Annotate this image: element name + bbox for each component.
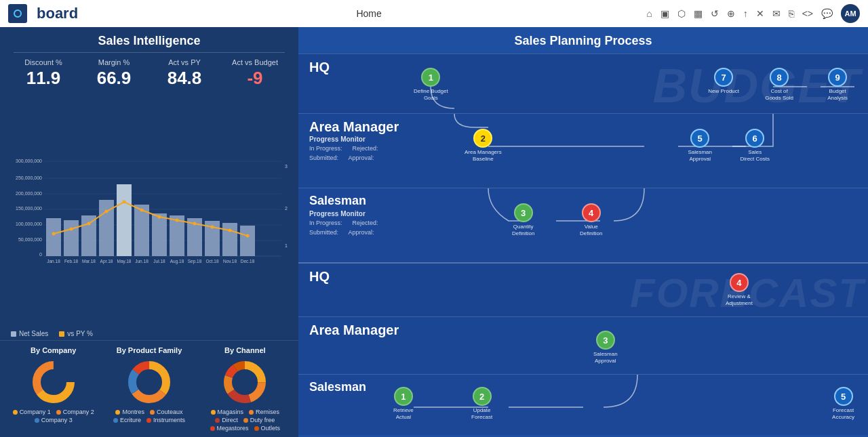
- node-label-f1: RetrieveActual: [393, 407, 414, 420]
- node-circle-f3: 3: [596, 331, 615, 350]
- svg-rect-0: [12, 7, 24, 20]
- home-link[interactable]: Home: [98, 8, 639, 19]
- svg-text:Oct.18: Oct.18: [205, 259, 219, 264]
- select-icon[interactable]: ▣: [660, 8, 669, 19]
- bar-chart: 300,000,000 250,000,000 200,000,000 150,…: [7, 94, 292, 326]
- node-budget-6[interactable]: 6 SalesDirect Costs: [740, 129, 770, 162]
- brand-name: board: [37, 5, 78, 22]
- node-budget-1[interactable]: 1 Define BudgetGoals: [414, 68, 448, 101]
- node-circle-f4: 4: [730, 273, 749, 292]
- add-icon[interactable]: ⊕: [727, 8, 735, 19]
- forecast-hq-flow: [298, 264, 868, 316]
- node-budget-2[interactable]: 2 Area ManagersBaseline: [465, 129, 502, 162]
- kpi-discount: Discount % 11.9: [11, 58, 76, 89]
- node-forecast-1[interactable]: 1 RetrieveActual: [393, 387, 414, 420]
- donut-company-legend: Company 1 Company 2 Company 3: [5, 409, 101, 423]
- node-circle-7: 7: [714, 68, 733, 87]
- clipboard-icon[interactable]: ⎘: [789, 8, 794, 19]
- bar-dec: [240, 226, 255, 256]
- svg-text:100,000,000: 100,000,000: [16, 222, 42, 226]
- sm-progress-details: In Progress: Rejected: Submitted: Approv…: [309, 218, 378, 238]
- donut-product-title: By Product Family: [101, 346, 197, 354]
- kpi-discount-value: 11.9: [11, 68, 76, 89]
- legend-dot-net-sales: [11, 331, 16, 337]
- svg-point-51: [138, 371, 161, 394]
- node-label-3: QuantityDefinition: [512, 224, 534, 236]
- node-circle-3: 3: [514, 203, 533, 222]
- sm-progress-label: Progress Monitor: [309, 210, 366, 217]
- mail-icon[interactable]: ✉: [772, 8, 781, 19]
- bar-feb: [64, 220, 79, 256]
- svg-point-20: [70, 228, 73, 231]
- kpi-actpy-value: 84.8: [152, 68, 217, 89]
- svg-point-25: [158, 215, 161, 219]
- node-budget-3[interactable]: 3 QuantityDefinition: [512, 203, 534, 236]
- process-sections: HQ BUDGET 1 Define BudgetGoals: [298, 54, 868, 437]
- svg-text:Apr.18: Apr.18: [100, 259, 113, 264]
- node-circle-4: 4: [582, 203, 601, 222]
- node-label-f4: Review &Adjustment: [726, 293, 753, 306]
- svg-text:Aug.18: Aug.18: [170, 259, 184, 264]
- node-budget-9[interactable]: 9 BudgetAnalysis: [827, 68, 848, 101]
- node-forecast-4[interactable]: 4 Review &Adjustment: [726, 273, 753, 306]
- node-circle-6: 6: [745, 129, 764, 148]
- kpi-margin-label: Margin %: [81, 58, 146, 66]
- node-label-7: New Product: [708, 88, 739, 95]
- forecast-am-section: Area Manager 3 SalesmanApproval: [298, 316, 868, 374]
- node-label-1: Define BudgetGoals: [414, 88, 448, 101]
- forecast-hq-section: HQ FORECAST 4 Review &Adjustment: [298, 262, 868, 316]
- topnav: board Home ⌂ ▣ ⬡ ▦ ↺ ⊕ ↑ ✕ ✉ ⎘ <> 💬 AM: [0, 0, 868, 27]
- node-label-f3: SalesmanApproval: [593, 351, 618, 364]
- node-budget-5[interactable]: 5 SalesmanApproval: [688, 129, 712, 162]
- code-icon[interactable]: <>: [802, 8, 813, 19]
- share-icon[interactable]: ↑: [743, 8, 748, 19]
- svg-text:May.18: May.18: [117, 259, 132, 264]
- node-budget-4[interactable]: 4 ValueDefinition: [580, 203, 602, 236]
- bar-nov: [222, 223, 237, 256]
- node-label-8: Cost ofGoods Sold: [765, 88, 793, 101]
- node-circle-8: 8: [770, 68, 789, 87]
- budget-sm-section: Salesman Progress Monitor In Progress: R…: [298, 188, 868, 262]
- kpi-actpy: Act vs PY 84.8: [152, 58, 217, 89]
- svg-point-58: [233, 371, 256, 394]
- donut-channel-title: By Channel: [197, 346, 293, 354]
- forecast-sm-flow: [298, 375, 868, 435]
- svg-text:Dec.18: Dec.18: [241, 259, 255, 264]
- svg-text:1: 1: [285, 243, 288, 248]
- forecast-sm-section: Salesman 1 RetrieveActual 2 UpdateForec: [298, 374, 868, 435]
- node-budget-8[interactable]: 8 Cost ofGoods Sold: [765, 68, 793, 101]
- avatar[interactable]: AM: [841, 4, 860, 23]
- node-circle-9: 9: [828, 68, 847, 87]
- node-forecast-2[interactable]: 2 UpdateForecast: [471, 387, 492, 420]
- node-circle-f1: 1: [394, 387, 413, 406]
- layout-icon[interactable]: ▦: [694, 8, 703, 19]
- forecast-am-label: Area Manager: [309, 322, 399, 338]
- node-label-6: SalesDirect Costs: [740, 149, 770, 162]
- node-forecast-3[interactable]: 3 SalesmanApproval: [593, 331, 618, 364]
- svg-text:Feb.18: Feb.18: [64, 259, 79, 264]
- svg-text:300,000,000: 300,000,000: [16, 159, 42, 163]
- legend-net-sales: Net Sales: [11, 330, 48, 337]
- panels-icon[interactable]: ⬡: [677, 8, 686, 19]
- undo-icon[interactable]: ↺: [711, 8, 719, 19]
- right-panel: Sales Planning Process HQ BUDGET: [298, 27, 868, 437]
- node-budget-7[interactable]: 7 New Product: [708, 68, 739, 95]
- svg-text:150,000,000: 150,000,000: [16, 206, 42, 211]
- node-label-5: SalesmanApproval: [688, 149, 712, 162]
- nav-icon-group: ⌂ ▣ ⬡ ▦ ↺ ⊕ ↑ ✕ ✉ ⎘ <> 💬 AM: [646, 4, 860, 23]
- am-progress-details: In Progress: Rejected: Submitted: Approv…: [309, 144, 378, 163]
- svg-text:Sep.18: Sep.18: [188, 259, 202, 264]
- svg-point-29: [229, 229, 232, 232]
- legend-vspy: vs PY %: [59, 330, 93, 337]
- kpi-row: Discount % 11.9 Margin % 66.9 Act vs PY …: [0, 53, 298, 94]
- donut-product-legend: Montres Couteaux Ecriture Instruments: [101, 409, 197, 423]
- node-label-f5: ForecastAccuracy: [832, 407, 854, 420]
- forecast-sm-label: Salesman: [309, 380, 366, 394]
- home-icon[interactable]: ⌂: [646, 8, 652, 19]
- svg-text:Jul.18: Jul.18: [153, 259, 165, 264]
- chart-container: 300,000,000 250,000,000 200,000,000 150,…: [0, 94, 298, 329]
- close-icon[interactable]: ✕: [756, 8, 764, 19]
- chat-icon[interactable]: 💬: [821, 8, 833, 19]
- kpi-actpy-label: Act vs PY: [152, 58, 217, 66]
- node-forecast-5[interactable]: 5 ForecastAccuracy: [832, 387, 854, 420]
